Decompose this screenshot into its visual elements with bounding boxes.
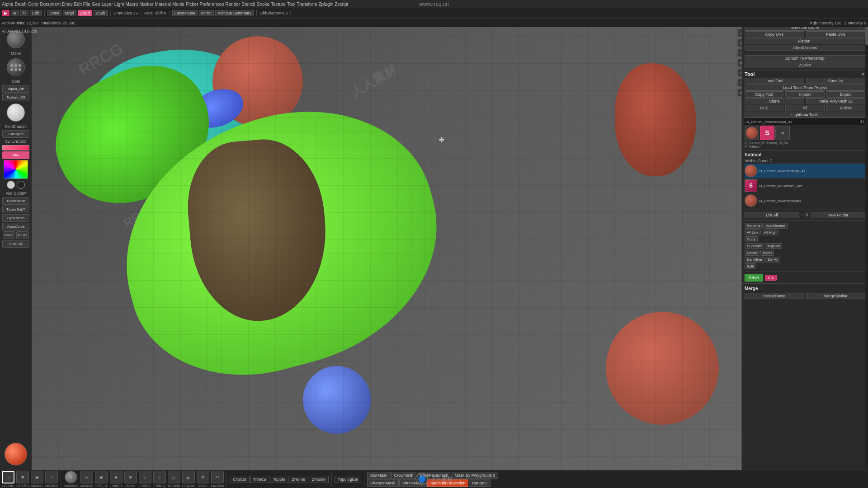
split-button[interactable]: Split — [745, 263, 756, 269]
select-l-button[interactable]: □ — [2, 471, 14, 483]
save-button[interactable]: Save — [745, 274, 763, 282]
new-folder-button[interactable]: New Folder — [811, 212, 865, 218]
orbcr-button[interactable]: ◉ — [95, 471, 108, 483]
zcolor-button[interactable]: ZColor — [745, 62, 865, 68]
lazy-mouse-button[interactable]: LazyMouse — [172, 10, 198, 16]
topological-button[interactable]: Topological — [335, 476, 361, 483]
del-other-button[interactable]: Del Other — [745, 257, 764, 263]
export-button[interactable]: Export — [826, 91, 865, 98]
range-button[interactable]: Range 5 — [469, 479, 491, 487]
rename-button[interactable]: Rename — [745, 223, 763, 229]
flatten-button[interactable]: Flatten — [745, 38, 863, 44]
move-tool-button[interactable]: ✥ — [197, 471, 209, 483]
copy-tool-button[interactable]: Copy Tool — [745, 91, 783, 98]
white-circle[interactable] — [7, 181, 15, 189]
menu-zplugin[interactable]: Zplugin — [319, 2, 334, 7]
import-button[interactable]: Import — [785, 91, 824, 98]
move-button[interactable]: ▶ — [2, 10, 9, 16]
menu-alpha[interactable]: Alpha — [2, 2, 14, 7]
menu-stencil[interactable]: Stencil — [241, 2, 255, 7]
insert-button[interactable]: Insert — [760, 250, 774, 256]
zbrush-to-photoshop-button[interactable]: ZBrush To Photoshop — [745, 55, 865, 61]
merge-down-button[interactable]: MergeDown — [745, 293, 804, 299]
mahcut-button[interactable]: ✂ — [211, 471, 224, 483]
right-scrollbar[interactable] — [865, 0, 868, 470]
menu-layer[interactable]: Layer — [102, 2, 113, 7]
merge-similar-button[interactable]: MergeSimilar — [806, 293, 866, 299]
menu-macro[interactable]: Macro — [126, 2, 138, 7]
alpha-off-button[interactable]: Alpha_Off — [2, 85, 29, 93]
copy-uvs-button[interactable]: Copy UVs — [745, 31, 804, 38]
del-all-button[interactable]: Del All — [765, 257, 780, 263]
tpose-subt-button[interactable]: TposeSubT — [2, 206, 29, 213]
check-seams-button[interactable]: CheckSeams — [745, 45, 865, 51]
tool-collapse-icon[interactable]: ▼ — [861, 72, 865, 77]
menu-color[interactable]: Color — [28, 2, 39, 7]
visible-button[interactable]: Visible — [826, 105, 865, 111]
crs-button[interactable]: Crs — [765, 275, 777, 281]
all-button[interactable]: All — [785, 105, 824, 111]
zmodel-button[interactable]: ZModel — [309, 476, 329, 483]
scale-button[interactable]: ⊕ — [11, 10, 19, 16]
damstd-button[interactable]: ◎ — [80, 471, 93, 483]
zadd-button[interactable]: ZAdd — [78, 10, 92, 16]
load-tools-from-project-button[interactable]: Load Tools From Project — [745, 84, 865, 91]
claybui-button[interactable]: ◭ — [182, 471, 195, 483]
blur-mask-button[interactable]: BlurMask — [367, 472, 391, 479]
subtool-item-1[interactable]: S Cl_Demon_Mi SimpleI_Der — [745, 178, 865, 193]
tool-thumb-2[interactable]: S — [760, 126, 774, 140]
menu-geo[interactable]: Geo — [92, 2, 100, 7]
skin-shade-sphere[interactable] — [7, 103, 25, 122]
menu-stroke[interactable]: Stroke — [256, 2, 269, 7]
activate-symmetry-button[interactable]: Activate Symmetry — [215, 10, 254, 16]
menu-edit[interactable]: Edit — [74, 2, 82, 7]
crow-mask-button[interactable]: CrowMask — [391, 472, 417, 479]
zsub-button[interactable]: ZSub — [94, 10, 108, 16]
menu-material[interactable]: Material — [155, 2, 171, 7]
inflate-button[interactable]: ⊕ — [124, 471, 137, 483]
formso-button[interactable]: ◈ — [110, 471, 123, 483]
pinch-button[interactable]: ▽ — [139, 471, 151, 483]
texture-off-button[interactable]: Texture_Off — [2, 94, 29, 101]
menu-marker[interactable]: Marker — [139, 2, 153, 7]
menu-movie[interactable]: Movie — [172, 2, 184, 7]
tool-thumb-3[interactable]: ★ — [775, 126, 790, 140]
clone-button[interactable]: Clone — [745, 98, 804, 104]
make-polymesh-button[interactable]: Make PolyMesh3D — [806, 98, 866, 104]
mrgd-button[interactable]: Mrgd — [63, 10, 77, 16]
auto-render-button[interactable]: AutoRender — [764, 223, 788, 229]
save-as-button[interactable]: Save As — [806, 78, 866, 84]
clipcut-button[interactable]: ClipCut — [230, 476, 250, 483]
mask-by-polygroups-button[interactable]: Mask By Polygroups 0 — [452, 472, 499, 479]
mask-la-button[interactable]: ⬭ — [45, 471, 58, 483]
dyna-mesh-button[interactable]: DynaMesh — [2, 214, 29, 222]
tpose-mesh-button[interactable]: TposeMesh — [2, 197, 29, 205]
mirror-button[interactable]: Mirror — [199, 10, 214, 16]
rotate-button[interactable]: ↻ — [20, 10, 28, 16]
mask-el-button[interactable]: ◉ — [31, 471, 43, 483]
menu-render[interactable]: Render — [225, 2, 240, 7]
dots-material-sphere[interactable] — [7, 58, 25, 76]
all-high-button[interactable]: All High — [762, 230, 779, 235]
all-link-button[interactable]: All Link — [745, 230, 761, 235]
menu-tool[interactable]: Tool — [287, 2, 295, 7]
fill-object-button[interactable]: FillObject — [2, 130, 29, 138]
accu-curve-button[interactable]: AccuCurve — [2, 223, 29, 230]
color-bar[interactable] — [2, 145, 29, 150]
flip-button[interactable]: Flip — [2, 151, 29, 159]
menu-brush[interactable]: Brush — [15, 2, 27, 7]
color-picker[interactable] — [4, 160, 28, 179]
edit-button[interactable]: Edit — [30, 10, 42, 16]
copy-button[interactable]: Copy — [745, 236, 758, 242]
menu-preferences[interactable]: Preferences — [199, 2, 224, 7]
hpolish-button[interactable]: ◫ — [168, 471, 180, 483]
append-button[interactable]: Append — [765, 243, 782, 249]
duplicate-button[interactable]: Duplicate — [745, 243, 764, 249]
current-color-sphere[interactable] — [5, 443, 27, 465]
menu-file[interactable]: File — [83, 2, 90, 7]
lightbox-tools-button[interactable]: Lightbox▸Tools — [745, 112, 865, 118]
clear-all-button[interactable]: Clear All — [2, 240, 29, 248]
paste-uvs-button[interactable]: Paste UVs — [806, 31, 866, 38]
load-tool-button[interactable]: Load Tool — [745, 78, 804, 84]
menu-picker[interactable]: Picker — [186, 2, 198, 7]
